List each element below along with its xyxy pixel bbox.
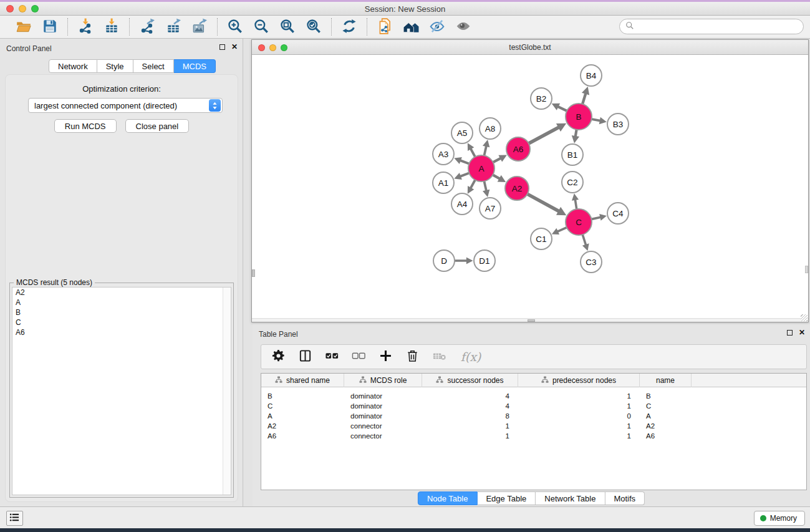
node-B4[interactable]: B4 (581, 65, 602, 86)
cell-0-1[interactable]: dominator (350, 391, 382, 401)
table-tab-motifs[interactable]: Motifs (605, 491, 645, 505)
node-A8[interactable]: A8 (480, 118, 501, 139)
deselect-all-button[interactable] (350, 349, 367, 365)
cell-4-1[interactable]: connector (350, 431, 382, 441)
network-rscroll-thumb[interactable] (805, 266, 808, 273)
cell-2-3[interactable]: 0 (518, 411, 631, 421)
edge-A-A4[interactable] (468, 179, 476, 194)
cell-1-1[interactable]: dominator (350, 401, 382, 411)
edge-C-C1[interactable] (552, 227, 568, 235)
node-A6[interactable]: A6 (506, 137, 530, 161)
tab-style[interactable]: Style (97, 59, 133, 73)
cell-1-3[interactable]: 1 (518, 401, 631, 411)
birdseye-button[interactable] (453, 17, 473, 37)
cell-2-1[interactable]: dominator (350, 411, 382, 421)
zoom-in-button[interactable] (225, 17, 245, 37)
node-C1[interactable]: C1 (531, 228, 552, 249)
column-header-successor-nodes[interactable]: successor nodes (422, 374, 518, 387)
edge-A-A1[interactable] (454, 173, 470, 180)
tab-select[interactable]: Select (133, 59, 174, 73)
mcds-result-item[interactable]: A6 (12, 327, 231, 337)
edge-A-A2[interactable] (492, 174, 506, 182)
cell-4-2[interactable]: 1 (422, 431, 509, 441)
cell-1-0[interactable]: C (268, 401, 272, 411)
close-panel-button[interactable]: Close panel (125, 119, 190, 133)
tab-network[interactable]: Network (49, 59, 97, 73)
mcds-result-item[interactable]: A (12, 297, 231, 307)
edge-C-C3[interactable] (582, 233, 589, 251)
edge-C-C2[interactable] (572, 193, 579, 210)
cell-3-0[interactable]: A2 (268, 421, 276, 431)
zoom-selected-button[interactable] (304, 17, 324, 37)
network-hscroll[interactable] (252, 318, 808, 322)
node-C3[interactable]: C3 (581, 251, 602, 273)
mcds-result-item[interactable]: B (12, 307, 231, 317)
edge-B-B4[interactable] (582, 87, 589, 105)
node-A5[interactable]: A5 (451, 122, 473, 143)
edge-A6-B[interactable] (528, 123, 566, 144)
run-mcds-button[interactable]: Run MCDS (54, 119, 117, 133)
export-table-button[interactable] (163, 17, 183, 37)
edge-A2-C[interactable] (526, 193, 566, 215)
result-scrollbar[interactable] (223, 288, 231, 495)
node-D1[interactable]: D1 (474, 250, 495, 271)
cell-0-2[interactable]: 4 (422, 391, 509, 401)
export-image-button[interactable] (190, 17, 210, 37)
open-file-button[interactable] (14, 17, 34, 37)
node-B2[interactable]: B2 (531, 88, 552, 109)
edge-B-B2[interactable] (552, 104, 568, 112)
edge-A-A6[interactable] (492, 155, 507, 163)
close-table-panel-icon[interactable]: ✕ (799, 329, 805, 336)
node-A4[interactable]: A4 (451, 193, 473, 215)
table-tab-network-table[interactable]: Network Table (536, 491, 605, 505)
cell-4-0[interactable]: A6 (268, 431, 276, 441)
node-C2[interactable]: C2 (562, 172, 583, 193)
cell-2-0[interactable]: A (268, 411, 272, 421)
memory-button[interactable]: Memory (754, 511, 805, 526)
node-B1[interactable]: B1 (562, 144, 583, 165)
node-C4[interactable]: C4 (607, 203, 629, 224)
network-hscroll-thumb[interactable] (528, 319, 535, 322)
node-table[interactable]: shared nameMCDS rolesuccessor nodesprede… (261, 373, 807, 490)
node-C[interactable]: C (566, 209, 592, 235)
zoom-fit-button[interactable] (277, 17, 297, 37)
import-network-button[interactable] (75, 17, 95, 37)
refresh-view-button[interactable] (339, 17, 359, 37)
export-network-button[interactable] (137, 17, 157, 37)
task-history-button[interactable] (6, 511, 23, 526)
add-column-button[interactable] (377, 349, 393, 365)
mcds-result-item[interactable]: C (12, 317, 231, 327)
table-tab-node-table[interactable]: Node Table (418, 491, 478, 505)
node-A[interactable]: A (468, 155, 494, 181)
column-header-name[interactable]: name (640, 374, 692, 387)
cell-0-3[interactable]: 1 (518, 391, 631, 401)
node-A7[interactable]: A7 (480, 198, 501, 219)
optimization-dropdown[interactable]: largest connected component (directed) (28, 98, 223, 113)
network-vscroll-thumb[interactable] (252, 269, 255, 277)
search-box[interactable] (619, 19, 804, 34)
zoom-out-button[interactable] (251, 17, 271, 37)
network-window-titlebar[interactable]: testGlobe.txt (252, 40, 808, 55)
node-B3[interactable]: B3 (607, 114, 629, 135)
mcds-result-list[interactable]: A2ABCA6 (12, 287, 231, 495)
cell-3-1[interactable]: connector (350, 421, 382, 431)
cell-3-2[interactable]: 1 (422, 421, 509, 431)
network-canvas[interactable]: AA6A2BCA1A3A4A5A7A8B1B2B3B4C1C2C3C4DD1 (252, 55, 808, 318)
edge-A-A3[interactable] (454, 157, 470, 164)
import-table-button[interactable] (102, 17, 122, 37)
delete-column-button[interactable] (404, 349, 420, 365)
network-document-button[interactable] (375, 17, 395, 37)
home-button[interactable] (401, 17, 421, 37)
window-resize-grip[interactable] (801, 314, 808, 321)
float-table-panel-icon[interactable] (787, 330, 793, 336)
cell-4-3[interactable]: 1 (518, 431, 631, 441)
node-A3[interactable]: A3 (433, 143, 454, 165)
node-A1[interactable]: A1 (433, 172, 454, 193)
column-header-MCDS-role[interactable]: MCDS role (344, 374, 422, 387)
node-D[interactable]: D (433, 250, 455, 271)
cell-1-4[interactable]: C (646, 401, 651, 411)
edge-C-C4[interactable] (591, 214, 607, 221)
cell-2-4[interactable]: A (646, 411, 651, 421)
column-header-shared-name[interactable]: shared name (261, 374, 344, 387)
cell-3-4[interactable]: A2 (646, 421, 655, 431)
